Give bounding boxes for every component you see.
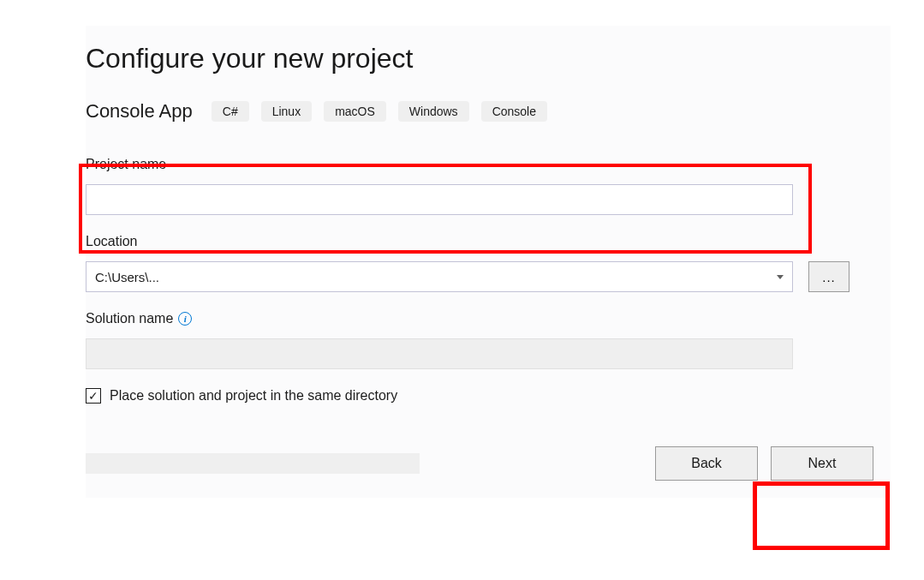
next-button[interactable]: Next (771, 446, 873, 481)
info-icon[interactable]: i (178, 312, 192, 326)
location-group: Location C:\Users\... ... (86, 234, 891, 292)
tag-windows: Windows (398, 101, 469, 122)
location-select[interactable]: C:\Users\... (86, 261, 793, 292)
location-label: Location (86, 234, 891, 249)
button-row: Back Next (86, 446, 891, 498)
project-name-input[interactable] (86, 184, 793, 215)
tag-console: Console (481, 101, 547, 122)
tag-macos: macOS (324, 101, 386, 122)
back-button[interactable]: Back (655, 446, 758, 481)
solution-name-input (86, 338, 793, 369)
template-name: Console App (86, 100, 193, 123)
project-name-label: Project name (86, 157, 891, 172)
configure-project-dialog: Configure your new project Console App C… (86, 26, 891, 498)
same-directory-label: Place solution and project in the same d… (110, 388, 397, 404)
solution-name-label: Solution name i (86, 311, 891, 326)
solution-name-label-text: Solution name (86, 311, 173, 326)
project-name-group: Project name (86, 157, 891, 215)
template-info-row: Console App C# Linux macOS Windows Conso… (86, 100, 891, 123)
solution-name-group: Solution name i (86, 311, 891, 369)
browse-button[interactable]: ... (808, 261, 849, 292)
progress-placeholder (86, 453, 420, 474)
tag-csharp: C# (212, 101, 249, 122)
same-directory-checkbox[interactable]: ✓ (86, 388, 101, 404)
chevron-down-icon (777, 275, 784, 279)
location-value: C:\Users\... (95, 270, 159, 284)
tag-linux: Linux (261, 101, 312, 122)
checkmark-icon: ✓ (88, 390, 98, 402)
page-title: Configure your new project (86, 43, 891, 75)
same-directory-checkbox-row: ✓ Place solution and project in the same… (86, 388, 891, 404)
